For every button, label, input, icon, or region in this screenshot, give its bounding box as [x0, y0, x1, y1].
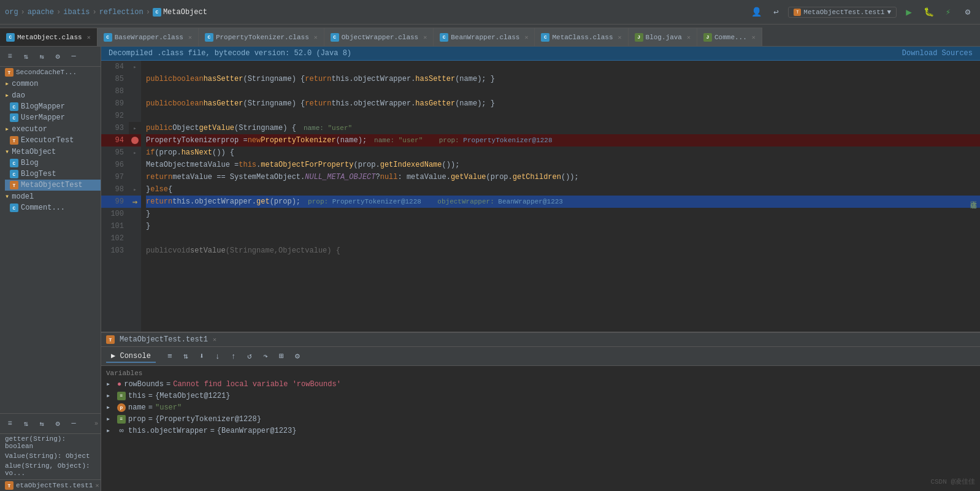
- coverage-button[interactable]: ⚡: [941, 5, 955, 20]
- debug-btn-down[interactable]: ⬇: [195, 349, 209, 363]
- fold-95: ▸: [133, 150, 136, 156]
- blogmapper-icon: C: [10, 102, 18, 111]
- more-button[interactable]: ⚙: [960, 5, 975, 20]
- debug-btn-filter[interactable]: ⚙: [291, 349, 304, 363]
- tab-basewrapper-class[interactable]: C BaseWrapper.class ✕: [98, 28, 199, 46]
- bottom-btn-3[interactable]: ⇆: [34, 416, 49, 431]
- var-expand-rowbounds[interactable]: ▸: [106, 379, 115, 389]
- user-icon[interactable]: 👤: [749, 5, 764, 20]
- debug-btn-reload[interactable]: ↺: [243, 349, 256, 363]
- breadcrumb-apache[interactable]: apache: [28, 8, 54, 17]
- tab-propertytokenizer-close[interactable]: ✕: [314, 34, 318, 41]
- debug-btn-updown[interactable]: ⇅: [179, 349, 193, 363]
- sidebar-btn-3[interactable]: ⇆: [34, 49, 49, 64]
- tab-metaobject-class[interactable]: C MetaObject.class ✕: [0, 28, 98, 46]
- gutter-102: [129, 232, 141, 245]
- sidebar-method-2[interactable]: Value(String): Object: [0, 451, 101, 461]
- method3-label: alue(String, Object): vo...: [5, 462, 96, 477]
- var-expand-name[interactable]: ▸: [106, 403, 115, 412]
- tab-propertytokenizer-class[interactable]: C PropertyTokenizer.class ✕: [199, 28, 324, 46]
- run-config[interactable]: T MetaObjectTest.test1 ▼: [788, 7, 897, 18]
- sidebar-item-executortest[interactable]: T ExecutorTest: [5, 135, 101, 146]
- code-line-92: [146, 110, 980, 122]
- back-icon[interactable]: ↩: [768, 5, 783, 20]
- debug-tab-icon: T: [5, 481, 13, 490]
- tab-metaobject-close[interactable]: ✕: [87, 34, 91, 41]
- bottom-btn-2[interactable]: ⇅: [18, 416, 33, 431]
- sidebar-method-3[interactable]: alue(String, Object): vo...: [0, 461, 101, 478]
- tab-metaclass-close[interactable]: ✕: [618, 34, 622, 41]
- sidebar-method-1[interactable]: getter(String): boolean: [0, 434, 101, 451]
- sidebar-item-comment[interactable]: C Comment...: [5, 202, 101, 213]
- tab-basewrapper-close[interactable]: ✕: [188, 34, 192, 41]
- breadcrumb-org[interactable]: org: [5, 8, 18, 17]
- bottom-settings[interactable]: ⚙: [50, 416, 65, 431]
- sidebar-item-metaobject-folder[interactable]: ▾ MetaObject: [0, 146, 101, 158]
- blog-class-icon: C: [10, 159, 18, 167]
- tab-metaobject-label: MetaObject.class: [17, 34, 82, 41]
- linenum-93: 93: [101, 122, 129, 134]
- sidebar-btn-1[interactable]: ≡: [2, 49, 17, 64]
- sidebar-item-metaobjecttest[interactable]: T MetaObjectTest: [5, 180, 101, 191]
- tab-comme-close[interactable]: ✕: [752, 34, 756, 41]
- breadcrumb-reflection[interactable]: reflection: [99, 8, 144, 17]
- sidebar-item-common[interactable]: ▸ common: [0, 78, 101, 89]
- bottom-close[interactable]: —: [66, 416, 81, 431]
- debug-btn-up[interactable]: ↑: [227, 349, 240, 363]
- tab-objectwrapper-class[interactable]: C ObjectWrapper.class ✕: [324, 28, 434, 46]
- code-line-93: public Object getValue(String name) { na…: [146, 122, 980, 134]
- var-expand-prop[interactable]: ▸: [106, 414, 115, 424]
- code-content: public boolean hasSetter(String name) { …: [141, 61, 980, 332]
- sidebar-item-usermapper[interactable]: C UserMapper: [5, 112, 101, 123]
- var-row-this[interactable]: ▸ ≡ this = {MetaObject@1221}: [101, 390, 980, 402]
- var-row-name[interactable]: ▸ p name = "user": [101, 402, 980, 413]
- gutter-100: [129, 208, 141, 220]
- tab-metaclass-class[interactable]: C MetaClass.class ✕: [535, 28, 628, 46]
- debug-btn-step[interactable]: ↷: [259, 349, 272, 363]
- debug-panel-tab-label[interactable]: MetaObjectTest.test1: [120, 335, 208, 344]
- var-name-objectwrapper: this.objectWrapper: [128, 427, 208, 435]
- sidebar-btn-2[interactable]: ⇅: [18, 49, 33, 64]
- sidebar-item-model[interactable]: ▾ model: [0, 191, 101, 202]
- tab-blog-java[interactable]: J Blog.java ✕: [629, 28, 697, 46]
- run-button[interactable]: ▶: [902, 5, 916, 20]
- tab-objectwrapper-close[interactable]: ✕: [423, 34, 427, 41]
- download-sources-link[interactable]: Download Sources: [902, 49, 973, 58]
- debug-btn-down2[interactable]: ↓: [211, 349, 224, 363]
- sidebar-item-blogmapper[interactable]: C BlogMapper: [5, 101, 101, 112]
- debug-btn-list[interactable]: ≡: [163, 349, 177, 363]
- method1-label: getter(String): boolean: [5, 435, 96, 450]
- debug-tab-close[interactable]: ✕: [95, 482, 99, 489]
- code-editor[interactable]: 84 85 88 89 92 93 94 95 96 97 98 99 100 …: [101, 61, 980, 332]
- main-layout: ≡ ⇅ ⇆ ⚙ — T SecondCacheT... ▸ common ▸ d…: [0, 47, 980, 491]
- var-row-rowbounds[interactable]: ▸ ● rowBounds = Cannot find local variab…: [101, 378, 980, 390]
- tab-beanwrapper-class[interactable]: C BeanWrapper.class ✕: [434, 28, 535, 46]
- sidebar-item-executor[interactable]: ▸ executor: [0, 123, 101, 135]
- debug-panel-close[interactable]: ✕: [213, 336, 216, 343]
- var-eq-objectwrapper: =: [210, 427, 215, 435]
- comment-class-icon: C: [10, 204, 18, 212]
- var-row-objectwrapper[interactable]: ▸ ∞ this.objectWrapper = {BeanWrapper@12…: [101, 425, 980, 436]
- var-expand-this[interactable]: ▸: [106, 391, 115, 400]
- linenum-89: 89: [101, 97, 129, 110]
- sidebar-item-blog[interactable]: C Blog: [5, 158, 101, 169]
- var-expand-objectwrapper[interactable]: ▸: [106, 426, 115, 435]
- tab-blog-close[interactable]: ✕: [687, 34, 691, 41]
- sidebar-item-blogtest[interactable]: C BlogTest: [5, 169, 101, 180]
- sidebar-debug-tab[interactable]: T etaObjectTest.test1 ✕: [0, 479, 101, 491]
- tab-beanwrapper-close[interactable]: ✕: [524, 34, 528, 41]
- breadcrumb-metaobject[interactable]: C MetaObject: [153, 8, 207, 17]
- gutter-95: ▸: [129, 147, 141, 159]
- debug-button[interactable]: 🐛: [921, 5, 936, 20]
- debug-btn-table[interactable]: ⊞: [275, 349, 288, 363]
- sidebar-close[interactable]: —: [66, 49, 81, 64]
- sidebar-settings[interactable]: ⚙: [50, 49, 65, 64]
- tab-comme-java[interactable]: J Comme... ✕: [697, 28, 762, 46]
- var-row-prop[interactable]: ▸ ≡ prop = {PropertyTokenizer@1228}: [101, 413, 980, 425]
- debug-tab-console[interactable]: ▶ Console: [106, 350, 156, 363]
- bottom-btn-1[interactable]: ≡: [2, 416, 17, 431]
- sidebar-item-secondcache[interactable]: T SecondCacheT...: [0, 67, 101, 78]
- tab-blog-icon: J: [635, 33, 643, 42]
- sidebar-item-dao[interactable]: ▸ dao: [0, 89, 101, 101]
- breadcrumb-ibatis[interactable]: ibatis: [63, 8, 90, 17]
